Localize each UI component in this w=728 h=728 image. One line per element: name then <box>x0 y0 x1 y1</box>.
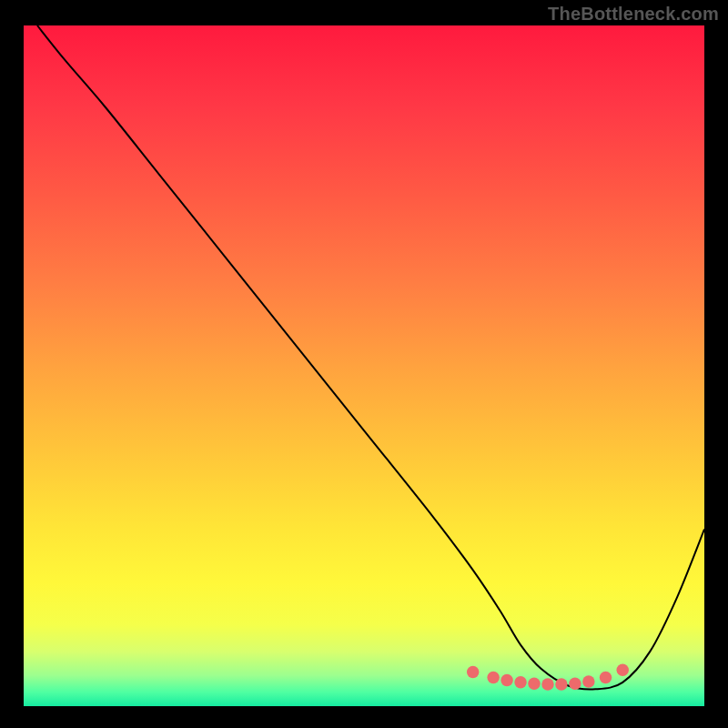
plot-area <box>24 25 704 706</box>
watermark-label: TheBottleneck.com <box>548 4 719 25</box>
highlight-dot <box>487 672 499 683</box>
curve-layer <box>24 25 704 706</box>
highlight-dot <box>555 678 567 690</box>
highlight-dot <box>500 674 512 686</box>
highlight-dot <box>541 678 553 690</box>
highlight-dot <box>582 675 594 687</box>
highlight-dot <box>514 676 526 688</box>
highlight-dot <box>569 678 581 690</box>
highlight-dot <box>600 672 612 683</box>
highlight-dots-group <box>467 664 629 691</box>
highlight-dot <box>617 664 629 676</box>
highlight-dot <box>467 666 479 678</box>
highlight-dot <box>528 678 540 690</box>
chart-frame: TheBottleneck.com <box>0 0 728 728</box>
bottleneck-curve <box>37 25 704 690</box>
